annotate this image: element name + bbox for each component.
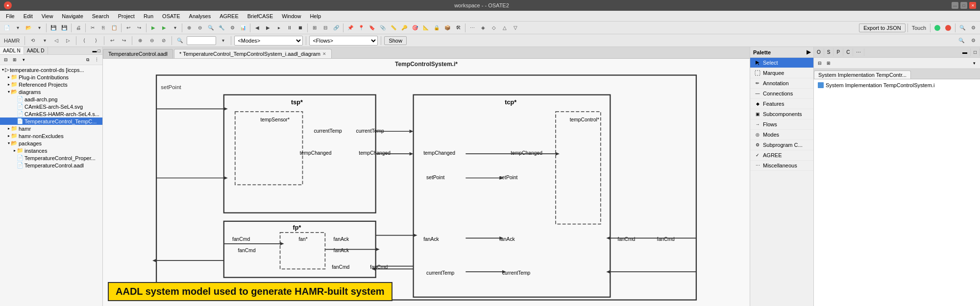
zoom-dropdown[interactable]: ▾ [218,36,228,46]
tb2-btn-8[interactable]: ⊖ [147,36,157,46]
tb-misc-6[interactable]: 📊 [238,23,248,33]
menu-navigate[interactable]: Navigate [58,12,87,20]
settings-icon[interactable]: ⚙ [968,23,978,33]
flows-select[interactable]: <Flows> [309,36,378,46]
tb2-search[interactable]: 🔍 [956,36,966,46]
tree-toggle-plugins[interactable] [8,75,10,79]
tb-misc-24[interactable]: 📦 [442,23,452,33]
tree-item-aadl-arch[interactable]: ▸📄aadl-arch.png [0,95,102,103]
close-button[interactable]: ✕ [969,2,976,9]
tree-item-diagrams[interactable]: 📂diagrams [0,88,102,95]
tb-misc-13[interactable]: ⊟ [320,23,330,33]
tb-misc-2[interactable]: ⊖ [195,23,205,33]
copy-button[interactable]: ⎘ [98,23,108,33]
collapse-all-icon[interactable]: ⊟ [2,56,10,64]
tb-misc-16[interactable]: 📍 [356,23,366,33]
palette-item-connections[interactable]: —Connections [750,89,813,99]
tb-misc-14[interactable]: 🔗 [331,23,341,33]
menu-view[interactable]: View [38,12,57,20]
rp-expand-icon[interactable]: ⊞ [825,59,833,67]
tb-btn-4[interactable]: ▾ [34,23,44,33]
palette-item-subcomponents[interactable]: ▣Subcomponents [750,109,813,119]
tb2-btn-3[interactable]: ◁ [51,36,61,46]
tab-aadl-n[interactable]: AADL N [0,47,24,54]
filter-icon[interactable]: ▾ [20,56,27,64]
tb-misc-29[interactable]: △ [500,23,510,33]
tb-misc-17[interactable]: 🔖 [367,23,377,33]
new-button[interactable]: 📄 [2,23,12,33]
menu-window[interactable]: Window [278,12,305,20]
tree-item-camkes-arch-sel4[interactable]: ▸📄CAmkES-arch-SeL4.svg [0,103,102,110]
tb-misc-7[interactable]: ◀ [252,23,262,33]
menu-edit[interactable]: Edit [20,12,37,20]
tb-misc-1[interactable]: ⊕ [184,23,194,33]
tb2-redo[interactable]: ↪ [119,36,129,46]
tree-item-instances[interactable]: 📁instances [0,147,102,154]
rc-tab-system-impl[interactable]: System Implementation TempContr... [814,71,911,79]
tab-diagram[interactable]: * TemperatureControl_TempControlSystem_i… [174,49,332,58]
tree-item-plugins[interactable]: 📁Plug-in Contributions [0,73,102,81]
diagram-svg[interactable]: setPoint tsp* tempSensor* currentTemp cu… [103,70,750,306]
tb-misc-20[interactable]: 🔑 [399,23,409,33]
tb2-btn-2[interactable]: ▾ [40,36,49,46]
tb-misc-27[interactable]: ◈ [478,23,488,33]
tb-misc-4[interactable]: 🔧 [217,23,226,33]
tab-aadl-d[interactable]: AADL D [24,47,48,54]
palette-expand-icon[interactable]: ▶ [807,49,810,55]
palette-item-miscellaneous[interactable]: ⋯Miscellaneous [750,161,813,171]
palette-item-annotation[interactable]: ✏Annotation [750,78,813,89]
tree-toggle-instances[interactable] [14,148,16,153]
tb-misc-10[interactable]: ⏸ [285,23,294,33]
minimize-button[interactable]: — [952,2,958,9]
expand-all-icon[interactable]: ⊞ [11,56,19,64]
tree-item-hamr-nonexcludes[interactable]: 📁hamr-nonExcludes [0,132,102,140]
palette-item-subprogram-c...[interactable]: ⚙Subprogram C... [750,140,813,150]
tb-misc-18[interactable]: 📎 [378,23,388,33]
palette-item-marquee[interactable]: Marquee [750,68,813,78]
link-icon[interactable]: ⧉ [84,56,92,64]
tab-tempcontrol-aadl[interactable]: TemperatureControl.aadl [103,49,173,58]
run-button[interactable]: ▶ [159,23,169,33]
menu-agree[interactable]: AGREE [216,12,243,20]
menu-help[interactable]: Help [306,12,325,20]
tb-misc-15[interactable]: 📌 [345,23,355,33]
menu-analyses[interactable]: Analyses [185,12,215,20]
tree-item-tempcontrol-aadl[interactable]: ▸📄TemperatureControl.aadl [0,162,102,169]
rp-filter-icon[interactable]: ▾ [970,59,978,67]
tb2-btn-9[interactable]: ⊘ [159,36,169,46]
tb-misc-21[interactable]: 🎯 [410,23,420,33]
tb2-btn-7[interactable]: ⊕ [135,36,145,46]
rp-tab-4[interactable]: C [843,48,853,56]
tree-toggle-hamr[interactable] [8,126,10,131]
print-button[interactable]: 🖨 [74,23,83,33]
maximize-panel-icon[interactable]: □ [98,48,100,53]
rc-item-1[interactable]: System Implementation TempControlSystem.… [816,81,978,89]
palette-item-flows[interactable]: →Flows [750,119,813,130]
tb2-btn-4[interactable]: ▷ [63,36,73,46]
modes-select[interactable]: <Modes> [234,36,303,46]
tb-misc-28[interactable]: ◇ [489,23,499,33]
cut-button[interactable]: ✂ [88,23,98,33]
tree-item-packages[interactable]: 📂packages [0,140,102,147]
tb-misc-23[interactable]: 🔒 [432,23,441,33]
tb2-btn-6[interactable]: ⟩ [91,36,101,46]
palette-item-modes[interactable]: ◎Modes [750,130,813,140]
tb-btn-run-down[interactable]: ▾ [170,23,180,33]
tree-item-root[interactable]: ▷temperature-control-ds [iccps... [0,66,102,73]
rp-tab-2[interactable]: S [824,48,834,56]
palette-item-agree[interactable]: ✓AGREE [750,150,813,161]
save-all-button[interactable]: 💾 [59,23,69,33]
maximize-button[interactable]: □ [960,2,967,9]
rp-max-icon[interactable]: □ [971,48,980,56]
rp-tab-5[interactable]: ⋯ [853,48,864,56]
menu-osate[interactable]: OSATE [158,12,184,20]
paste-button[interactable]: 📋 [109,23,119,33]
tb-misc-5[interactable]: ⚙ [227,23,237,33]
palette-item-features[interactable]: ◆Features [750,99,813,109]
tb2-btn-1[interactable]: ⟲ [28,36,38,46]
tb-misc-30[interactable]: ▽ [511,23,520,33]
tb2-undo[interactable]: ↩ [107,36,117,46]
open-button[interactable]: 📂 [24,23,33,33]
tb-misc-12[interactable]: ⊞ [310,23,319,33]
tb-misc-19[interactable]: 📏 [389,23,398,33]
